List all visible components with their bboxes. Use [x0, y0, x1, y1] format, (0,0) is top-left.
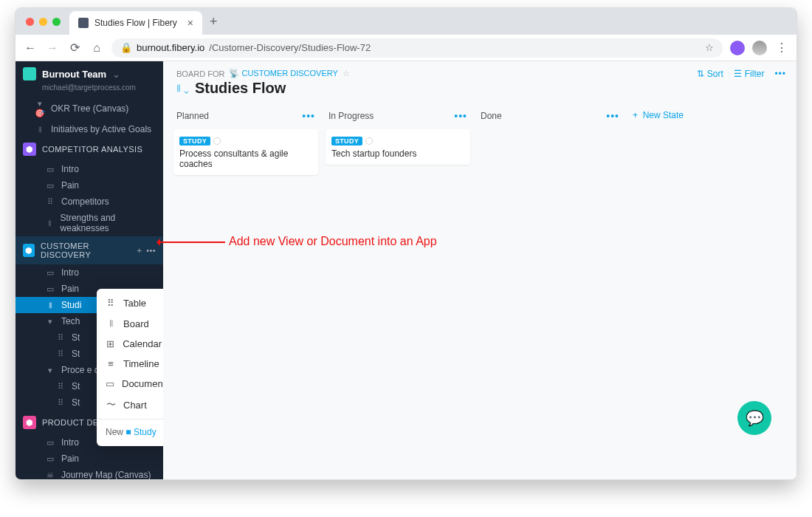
close-window-button[interactable]: [26, 18, 34, 26]
minimize-window-button[interactable]: [39, 18, 47, 26]
column-menu-icon[interactable]: •••: [454, 110, 467, 122]
menu-item-calendar[interactable]: ⊞Calendar: [97, 334, 163, 354]
sidebar-item[interactable]: ⦀Strengths and weaknesses: [16, 210, 163, 236]
add-icon[interactable]: +: [137, 246, 142, 255]
sidebar-section-header[interactable]: ⬢COMPETITOR ANALYSIS: [16, 137, 163, 161]
board-column: In Progress••• STUDY Tech startup founde…: [326, 106, 470, 175]
column-name[interactable]: In Progress: [328, 111, 374, 121]
view-type-icon[interactable]: ⦀ ⌄: [176, 82, 189, 95]
item-icon: ⠿: [55, 382, 66, 391]
section-name: CUSTOMER DISCOVERY: [41, 242, 131, 259]
item-label: St: [72, 332, 80, 343]
reload-button[interactable]: ⟳: [67, 41, 82, 55]
item-icon: ▭: [45, 454, 55, 464]
item-label: Intro: [61, 267, 79, 278]
address-bar: ← → ⟳ ⌂ 🔒 burnout.fibery.io/Customer-Dis…: [16, 35, 796, 61]
column-name[interactable]: Done: [481, 111, 502, 121]
lock-icon: 🔒: [120, 42, 132, 53]
card-title: Process consultants & agile coaches: [179, 148, 312, 169]
menu-item-label: Document: [122, 378, 163, 389]
filter-icon: ☰: [734, 69, 742, 79]
more-icon[interactable]: •••: [146, 246, 156, 255]
menu-item-icon: ▭: [106, 378, 114, 389]
item-label: St: [72, 381, 80, 391]
maximize-window-button[interactable]: [52, 18, 61, 26]
new-label: New: [106, 427, 123, 437]
workspace-icon: [23, 67, 36, 81]
menu-item-icon: ⠿: [106, 298, 116, 309]
column-menu-icon[interactable]: •••: [302, 110, 315, 122]
sidebar-item[interactable]: ▭Pain: [16, 451, 163, 467]
forward-button[interactable]: →: [45, 41, 60, 55]
url-field[interactable]: 🔒 burnout.fibery.io/Customer-Discovery/S…: [111, 38, 723, 58]
item-icon: ⦀: [35, 125, 45, 134]
url-path: /Customer-Discovery/Studies-Flow-72: [209, 42, 371, 53]
profile-avatar[interactable]: [752, 41, 767, 55]
filter-button[interactable]: ☰Filter: [734, 69, 765, 79]
main-content: ⇅Sort ☰Filter ••• BOARD FOR 📡 CUSTOMER D…: [163, 61, 796, 479]
sidebar-item[interactable]: ▭Pain: [16, 177, 163, 194]
board-column: Planned••• STUDY Process consultants & a…: [173, 106, 318, 175]
extension-icon[interactable]: [730, 41, 745, 55]
add-view-menu: ⠿Table⦀Board⊞Calendar≡Timeline▭Document〜…: [97, 289, 163, 446]
item-label: Pain: [61, 284, 79, 294]
page-title[interactable]: Studies Flow: [195, 80, 286, 97]
item-icon: ▭: [45, 268, 55, 278]
sidebar: Burnout Team ⌄ michael@targetprocess.com…: [16, 61, 163, 479]
sidebar-item[interactable]: ⦀Initiatives by Active Goals: [16, 121, 163, 137]
menu-item-label: Board: [123, 318, 149, 329]
browser-tab[interactable]: Studies Flow | Fibery ×: [69, 11, 202, 35]
star-icon[interactable]: ☆: [705, 42, 714, 53]
breadcrumb-link[interactable]: 📡 CUSTOMER DISCOVERY: [229, 69, 337, 78]
sidebar-item[interactable]: ⠿Competitors: [16, 194, 163, 210]
tab-title: Studies Flow | Fibery: [94, 18, 177, 28]
workspace-email: michael@targetprocess.com: [16, 83, 163, 96]
board-card[interactable]: STUDY Tech startup founders: [326, 129, 470, 165]
new-state-button[interactable]: + New State: [633, 110, 684, 120]
new-tab-button[interactable]: +: [210, 14, 218, 30]
annotation-arrow: [159, 242, 225, 243]
menu-item-icon: 〜: [106, 398, 116, 411]
section-icon: ⬢: [23, 143, 36, 156]
column-name[interactable]: Planned: [176, 111, 209, 121]
menu-item-document[interactable]: ▭Document: [97, 374, 163, 394]
menu-item-timeline[interactable]: ≡Timeline: [97, 354, 163, 374]
item-label: Initiatives by Active Goals: [51, 124, 151, 134]
item-label: Competitors: [61, 196, 109, 207]
column-menu-icon[interactable]: •••: [606, 110, 619, 122]
item-label: St: [72, 397, 80, 408]
sidebar-item[interactable]: ▾ 🎯OKR Tree (Canvas): [16, 96, 163, 121]
more-actions-button[interactable]: •••: [774, 69, 786, 79]
menu-item-table[interactable]: ⠿Table: [97, 293, 163, 313]
item-icon: ▭: [45, 438, 55, 448]
window-controls[interactable]: [26, 18, 61, 26]
item-label: Strengths and weaknesses: [61, 213, 156, 233]
sidebar-item[interactable]: ▭Intro: [16, 161, 163, 177]
item-label: Pain: [61, 180, 79, 191]
menu-item-label: Calendar: [123, 338, 162, 349]
loading-icon: [213, 137, 221, 145]
board-card[interactable]: STUDY Process consultants & agile coache…: [173, 129, 318, 175]
favorite-star-icon[interactable]: ☆: [343, 69, 350, 78]
item-icon: ⠿: [55, 349, 66, 359]
new-entity-row[interactable]: New ■ Study: [97, 422, 163, 442]
home-button[interactable]: ⌂: [89, 41, 104, 55]
view-actions: ⇅Sort ☰Filter •••: [697, 69, 786, 79]
sidebar-item[interactable]: ▭Intro: [16, 264, 163, 281]
menu-item-icon: ⊞: [106, 338, 115, 349]
close-tab-icon[interactable]: ×: [187, 17, 193, 29]
item-label: OKR Tree (Canvas): [51, 103, 128, 114]
chat-fab[interactable]: 💬: [737, 401, 771, 435]
menu-separator: [97, 419, 163, 420]
menu-item-chart[interactable]: 〜Chart: [97, 394, 163, 416]
menu-item-label: Timeline: [123, 358, 159, 369]
workspace-switcher[interactable]: Burnout Team ⌄: [16, 61, 163, 86]
sidebar-section-header[interactable]: ⬢CUSTOMER DISCOVERY+•••: [16, 236, 163, 264]
workspace-name: Burnout Team: [42, 69, 106, 80]
menu-item-board[interactable]: ⦀Board: [97, 313, 163, 334]
sidebar-item[interactable]: ☠Journey Map (Canvas): [16, 467, 163, 479]
card-title: Tech startup founders: [331, 148, 464, 159]
sort-button[interactable]: ⇅Sort: [697, 69, 723, 79]
back-button[interactable]: ←: [23, 41, 38, 55]
browser-menu-icon[interactable]: ⋮: [774, 41, 789, 55]
